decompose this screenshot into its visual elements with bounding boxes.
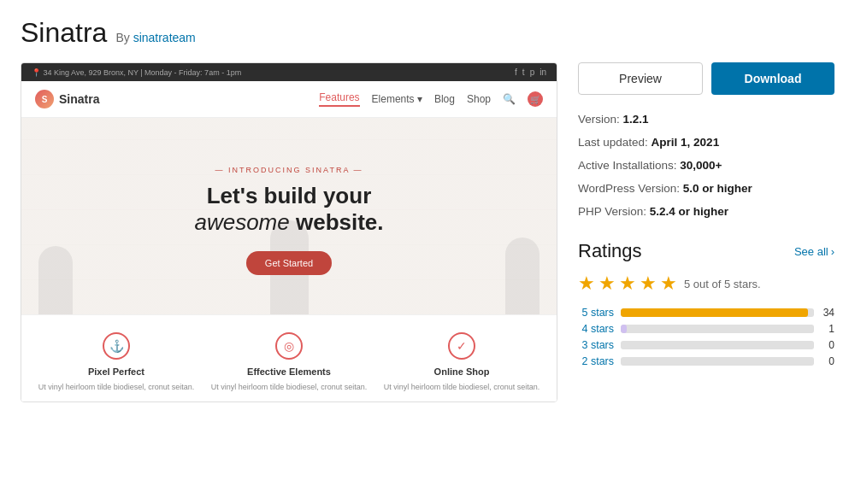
plugin-title: Sinatra (21, 17, 107, 49)
demo-hero: INTRODUCING SINATRA Let's build your awe… (21, 118, 557, 314)
rating-bar-4-track (621, 325, 814, 333)
star-2: ★ (598, 273, 616, 295)
ratings-header: Ratings See all › (578, 240, 834, 262)
demo-feature-2-icon: ◎ (275, 332, 303, 360)
demo-feature-3-title: Online Shop (375, 366, 548, 377)
demo-feature-3-icon: ✓ (448, 332, 475, 360)
see-all-link[interactable]: See all › (794, 245, 834, 258)
demo-logo-text: Sinatra (59, 92, 99, 106)
rating-bar-4: 4 stars 1 (578, 323, 834, 335)
meta-updated: Last updated: April 1, 2021 (578, 135, 834, 151)
demo-feature-3: ✓ Online Shop Ut vinyl heirloom tilde bi… (375, 332, 548, 393)
meta-installs: Active Installations: 30,000+ (578, 158, 834, 174)
star-4: ★ (640, 273, 657, 295)
demo-logo: S Sinatra (35, 90, 99, 108)
demo-feature-1-title: Pixel Perfect (30, 366, 203, 377)
rating-bar-5-fill (621, 308, 808, 317)
download-button[interactable]: Download (711, 62, 834, 95)
rating-bar-5-track (621, 308, 814, 317)
demo-topbar-socials: f t p in (515, 67, 546, 77)
star-5: ★ (660, 273, 677, 295)
demo-feature-1: ⚓ Pixel Perfect Ut vinyl heirloom tilde … (30, 332, 203, 393)
star-1: ★ (578, 273, 595, 295)
star-3: ★ (619, 273, 636, 295)
stars-label: 5 out of 5 stars. (684, 278, 761, 290)
author-link[interactable]: sinatrateam (133, 31, 196, 44)
rating-bar-2-label[interactable]: 2 stars (578, 355, 614, 367)
meta-version: Version: 1.2.1 (578, 112, 834, 128)
rating-bar-2-track (621, 357, 814, 366)
rating-bar-5: 5 stars 34 (578, 307, 834, 319)
demo-feature-2: ◎ Effective Elements Ut vinyl heirloom t… (203, 332, 375, 393)
rating-bar-4-fill (621, 325, 627, 333)
info-panel: Preview Download Version: 1.2.1 Last upd… (578, 62, 834, 402)
demo-feature-2-text: Ut vinyl heirloom tilde biodiesel, cronu… (203, 382, 375, 393)
demo-nav: S Sinatra Features Elements ▾ Blog Shop … (21, 81, 557, 118)
demo-nav-search-icon: 🔍 (503, 93, 516, 105)
demo-nav-elements: Elements ▾ (372, 93, 422, 105)
demo-topbar-location: 📍 34 King Ave, 929 Bronx, NY | Monday - … (32, 68, 241, 77)
rating-bar-3: 3 stars 0 (578, 339, 834, 351)
main-content: 📍 34 King Ave, 929 Bronx, NY | Monday - … (21, 62, 834, 402)
stars-row: ★ ★ ★ ★ ★ 5 out of 5 stars. (578, 273, 834, 295)
meta-info: Version: 1.2.1 Last updated: April 1, 20… (578, 112, 834, 220)
demo-feature-1-icon: ⚓ (103, 332, 130, 360)
demo-hero-italic: awesome (194, 209, 289, 235)
demo-feature-2-title: Effective Elements (203, 366, 375, 377)
demo-nav-features: Features (319, 91, 359, 107)
title-row: Sinatra By sinatrateam (21, 17, 834, 49)
demo-get-started-button[interactable]: Get Started (246, 251, 332, 275)
demo-nav-cart-icon: 🛒 (528, 91, 543, 107)
rating-bar-4-count: 1 (821, 323, 834, 335)
demo-nav-shop: Shop (467, 93, 491, 105)
meta-wp: WordPress Version: 5.0 or higher (578, 181, 834, 197)
ratings-title: Ratings (578, 240, 642, 262)
rating-bar-4-label[interactable]: 4 stars (578, 323, 614, 335)
rating-bar-3-count: 0 (821, 339, 834, 351)
page-container: Sinatra By sinatrateam 📍 34 King Ave, 92… (0, 0, 855, 419)
by-author: By sinatrateam (115, 31, 195, 44)
demo-hero-subtitle: INTRODUCING SINATRA (194, 166, 383, 174)
rating-bar-5-label[interactable]: 5 stars (578, 307, 614, 319)
rating-bar-3-label[interactable]: 3 stars (578, 339, 614, 351)
ratings-section: Ratings See all › ★ ★ ★ ★ ★ 5 out of 5 s… (578, 240, 834, 367)
action-buttons: Preview Download (578, 62, 834, 95)
demo-feature-3-text: Ut vinyl heirloom tilde biodiesel, cronu… (375, 382, 548, 393)
demo-nav-links: Features Elements ▾ Blog Shop 🔍 🛒 (319, 91, 543, 107)
demo-features: ⚓ Pixel Perfect Ut vinyl heirloom tilde … (21, 314, 557, 401)
meta-php: PHP Version: 5.2.4 or higher (578, 204, 834, 220)
demo-site: 📍 34 King Ave, 929 Bronx, NY | Monday - … (21, 63, 557, 401)
demo-hero-title: Let's build your awesome website. (194, 183, 383, 236)
rating-bar-2-count: 0 (821, 355, 834, 367)
demo-nav-blog: Blog (434, 93, 455, 105)
demo-feature-1-text: Ut vinyl heirloom tilde biodiesel, cronu… (30, 382, 203, 393)
screenshot-area: 📍 34 King Ave, 929 Bronx, NY | Monday - … (21, 62, 557, 402)
rating-bars: 5 stars 34 4 stars 1 3 sta (578, 307, 834, 367)
demo-logo-icon: S (35, 90, 54, 108)
rating-bar-5-count: 34 (821, 307, 834, 319)
rating-bar-2: 2 stars 0 (578, 355, 834, 367)
chevron-right-icon: › (831, 245, 834, 258)
preview-button[interactable]: Preview (578, 62, 703, 95)
demo-topbar: 📍 34 King Ave, 929 Bronx, NY | Monday - … (21, 63, 557, 81)
rating-bar-3-track (621, 341, 814, 349)
